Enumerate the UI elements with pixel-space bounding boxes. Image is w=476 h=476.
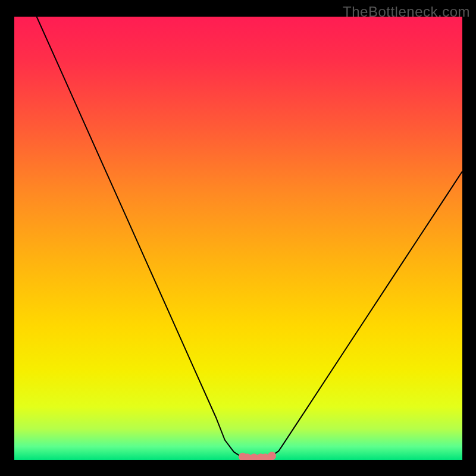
watermark-text: TheBottleneck.com [343, 4, 470, 20]
chart-container: TheBottleneck.com [0, 0, 476, 476]
optimal-point-dot [268, 452, 276, 460]
chart-background-gradient [14, 17, 462, 460]
bottleneck-chart [0, 0, 476, 476]
